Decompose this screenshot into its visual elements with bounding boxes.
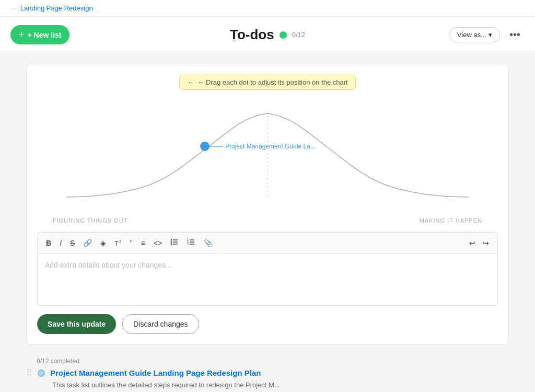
svg-point-2 [171, 239, 172, 241]
task-description: This task list outlines the detailed ste… [52, 381, 509, 389]
view-as-button[interactable]: View as... ▾ [449, 27, 500, 42]
editor-toolbar: B I S 🔗 ◈ T↕ " ≡ <> 1.2.3. 📎 ↩ [37, 232, 498, 253]
chart-axis-labels: FIGURING THINGS OUT MAKING IT HAPPEN [37, 217, 498, 224]
task-section: 0/12 completed ⠿ Project Management Guid… [26, 358, 509, 392]
action-buttons: Save this update Discard changes [37, 314, 498, 334]
drag-tooltip: ↔ ↔ Drag each dot to adjust its position… [179, 75, 355, 90]
redo-button[interactable]: ↪ [480, 237, 492, 249]
task-status-dot [38, 370, 45, 377]
bell-curve-svg: Project Management Guide La... [37, 100, 498, 210]
new-list-button[interactable]: + + New list [10, 25, 69, 44]
right-axis-label: MAKING IT HAPPEN [420, 217, 482, 224]
task-count: 0/12 [292, 31, 305, 39]
task-title-row: ⠿ Project Management Guide Landing Page … [26, 368, 509, 378]
save-update-button[interactable]: Save this update [37, 314, 116, 334]
task-progress: 0/12 completed [37, 358, 509, 365]
more-options-button[interactable]: ••• [505, 27, 525, 43]
more-dots-icon: ••• [509, 29, 520, 40]
dot-label: Project Management Guide La... [225, 143, 316, 150]
page-title: To-dos [230, 27, 274, 43]
undo-button[interactable]: ↩ [466, 237, 479, 249]
top-bar-right: View as... ▾ ••• [449, 27, 525, 43]
status-dot [280, 31, 287, 39]
link-button[interactable]: 🔗 [80, 237, 95, 249]
new-list-label: + New list [28, 31, 62, 39]
main-content: ↔ ↔ Drag each dot to adjust its position… [0, 53, 535, 392]
align-button[interactable]: ≡ [138, 237, 148, 249]
chart-area: Project Management Guide La... [37, 100, 498, 215]
editor-content-area[interactable]: Add extra details about your changes... [37, 253, 498, 306]
top-bar-left: + + New list [10, 25, 69, 44]
breadcrumb-link[interactable]: Landing Page Redesign [20, 4, 93, 12]
view-as-label: View as... [457, 31, 486, 39]
ordered-list-button[interactable]: 1.2.3. [184, 236, 199, 250]
breadcrumb-bar: ··· Landing Page Redesign [0, 0, 535, 17]
svg-point-4 [171, 241, 172, 243]
discard-changes-button[interactable]: Discard changes [122, 314, 199, 334]
code-button[interactable]: <> [150, 237, 165, 249]
breadcrumb-dots: ··· [10, 4, 16, 12]
bullet-list-button[interactable] [167, 236, 182, 250]
left-axis-label: FIGURING THINGS OUT [53, 217, 127, 224]
strikethrough-button[interactable]: S [67, 237, 78, 249]
tooltip-text: ↔ Drag each dot to adjust its position o… [197, 78, 347, 86]
bold-button[interactable]: B [43, 237, 54, 249]
undo-redo-group: ↩ ↪ [466, 237, 492, 249]
highlight-button[interactable]: ◈ [97, 237, 109, 249]
plus-icon: + [19, 29, 25, 40]
chevron-down-icon: ▾ [489, 31, 492, 39]
text-size-button[interactable]: T↕ [111, 236, 124, 249]
arrows-icon: ↔ [187, 78, 194, 86]
chart-dot [200, 142, 210, 151]
editor-placeholder: Add extra details about your changes... [45, 261, 172, 269]
task-title-link[interactable]: Project Management Guide Landing Page Re… [50, 368, 261, 377]
blockquote-button[interactable]: " [127, 237, 136, 249]
attachment-button[interactable]: 📎 [201, 237, 216, 249]
top-bar-center: To-dos 0/12 [230, 27, 305, 43]
chart-card: ↔ ↔ Drag each dot to adjust its position… [26, 64, 509, 345]
top-bar: + + New list To-dos 0/12 View as... ▾ ••… [0, 17, 535, 53]
italic-button[interactable]: I [56, 237, 65, 249]
svg-text:3.: 3. [187, 242, 189, 245]
svg-point-6 [171, 244, 172, 245]
drag-handle-icon[interactable]: ⠿ [26, 368, 32, 378]
